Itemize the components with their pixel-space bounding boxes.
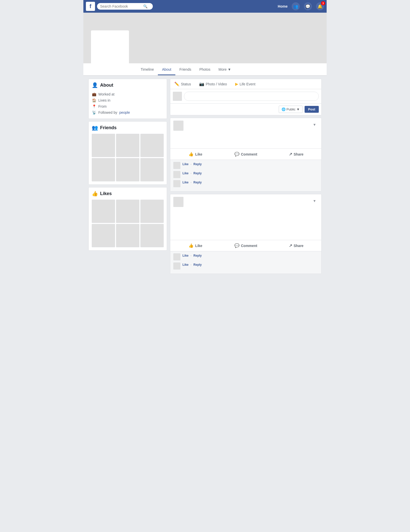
friends-requests-icon[interactable]: 👥 bbox=[292, 2, 300, 10]
status-tab[interactable]: ✏️ Status bbox=[170, 79, 195, 89]
feed-post-2: ▼ 👍 Like 💬 Comment ↗ bbox=[170, 194, 322, 274]
post-2-actions: 👍 Like 💬 Comment ↗ Share bbox=[170, 240, 321, 251]
post-2-comment-1-like[interactable]: Like bbox=[182, 254, 189, 257]
comment-2-actions: Like · Reply bbox=[182, 172, 318, 175]
post-2-comment-2-like[interactable]: Like bbox=[182, 263, 189, 267]
like-thumb-6[interactable] bbox=[140, 224, 164, 247]
likes-title-icon: 👍 bbox=[92, 191, 98, 197]
composer-avatar bbox=[173, 92, 182, 101]
post-2-share-button[interactable]: ↗ Share bbox=[271, 241, 321, 250]
rss-icon: 📡 bbox=[92, 110, 96, 115]
like-thumb-3[interactable] bbox=[140, 200, 164, 223]
post-1-header: ▼ bbox=[170, 118, 321, 133]
home-icon: 🏠 bbox=[92, 98, 96, 102]
comment-icon: 💬 bbox=[234, 152, 239, 157]
tab-more[interactable]: More ▼ bbox=[214, 64, 235, 75]
post-2-comment-button[interactable]: 💬 Comment bbox=[221, 241, 271, 250]
camera-icon: 📷 bbox=[199, 82, 204, 86]
briefcase-icon: 💼 bbox=[92, 92, 96, 96]
friend-thumb-6[interactable] bbox=[140, 158, 164, 181]
home-link[interactable]: Home bbox=[278, 4, 288, 8]
like-thumb-4[interactable] bbox=[92, 224, 115, 247]
post-1-share-button[interactable]: ↗ Share bbox=[271, 150, 321, 159]
photo-video-tab[interactable]: 📷 Photo / Video bbox=[195, 79, 231, 89]
pencil-icon: ✏️ bbox=[174, 82, 179, 86]
post-1-chevron[interactable]: ▼ bbox=[311, 121, 318, 129]
comment-2-like[interactable]: Like bbox=[182, 172, 189, 175]
post-2-comment-2-bubble: Like · Reply bbox=[182, 262, 318, 267]
friend-thumb-5[interactable] bbox=[116, 158, 139, 181]
post-2-comment-2-avatar bbox=[173, 262, 180, 270]
cover-photo bbox=[83, 13, 327, 63]
post-2-comments: Like · Reply Like · bbox=[170, 251, 321, 274]
notification-badge: 3 bbox=[321, 1, 325, 5]
comment-2: Like · Reply bbox=[173, 171, 318, 178]
tab-about[interactable]: About bbox=[158, 64, 175, 75]
post-2-comment-2-reply[interactable]: Reply bbox=[193, 263, 202, 267]
notifications-icon-btn[interactable]: 🔔 3 bbox=[316, 2, 324, 10]
share-icon: ↗ bbox=[289, 152, 292, 157]
post-2-comment-1: Like · Reply bbox=[173, 253, 318, 260]
likes-grid bbox=[92, 200, 164, 247]
lives-in-item: 🏠 Lives in bbox=[92, 97, 164, 103]
post-1-comment-button[interactable]: 💬 Comment bbox=[221, 150, 271, 159]
messages-icon: 💬 bbox=[305, 4, 310, 9]
like-thumb-1[interactable] bbox=[92, 200, 115, 223]
comment-icon-2: 💬 bbox=[234, 243, 239, 248]
worked-at-item: 💼 Worked at bbox=[92, 91, 164, 97]
profile-section: Timeline About Friends Photos More ▼ bbox=[83, 13, 327, 76]
post-button[interactable]: Post bbox=[305, 106, 319, 113]
friends-card: 👥 Friends bbox=[88, 121, 167, 185]
post-2-header: ▼ bbox=[170, 194, 321, 210]
post-1-like-button[interactable]: 👍 Like bbox=[170, 150, 221, 159]
friends-icon: 👥 bbox=[293, 4, 298, 9]
main-content: 👤 About 💼 Worked at 🏠 Lives in 📍 From bbox=[83, 76, 327, 277]
from-item: 📍 From bbox=[92, 103, 164, 109]
post-2-comment-2: Like · Reply bbox=[173, 262, 318, 270]
public-button[interactable]: 🌐 Public ▼ bbox=[279, 106, 303, 113]
comment-1-avatar bbox=[173, 162, 180, 169]
search-bar: 🔍 bbox=[97, 3, 153, 10]
friend-thumb-3[interactable] bbox=[140, 134, 164, 157]
person-icon: 👤 bbox=[92, 82, 98, 88]
tab-photos[interactable]: Photos bbox=[195, 64, 215, 75]
messages-icon-btn[interactable]: 💬 bbox=[304, 2, 312, 10]
post-1-content bbox=[170, 133, 321, 148]
left-column: 👤 About 💼 Worked at 🏠 Lives in 📍 From bbox=[88, 79, 167, 274]
post-2-comment-1-reply[interactable]: Reply bbox=[193, 254, 202, 257]
share-icon-2: ↗ bbox=[289, 243, 292, 248]
right-column: ✏️ Status 📷 Photo / Video ▶ Life Event bbox=[170, 79, 322, 274]
comment-3-reply[interactable]: Reply bbox=[193, 181, 202, 184]
followed-by-link[interactable]: people bbox=[119, 110, 130, 115]
comment-3-like[interactable]: Like bbox=[182, 181, 189, 184]
tab-timeline[interactable]: Timeline bbox=[137, 64, 158, 75]
friend-thumb-4[interactable] bbox=[92, 158, 115, 181]
post-1-actions: 👍 Like 💬 Comment ↗ Share bbox=[170, 148, 321, 160]
life-event-tab[interactable]: ▶ Life Event bbox=[231, 79, 259, 89]
comment-2-bubble: Like · Reply bbox=[182, 171, 318, 175]
post-1-avatar bbox=[173, 121, 183, 131]
about-card: 👤 About 💼 Worked at 🏠 Lives in 📍 From bbox=[88, 79, 167, 119]
tab-friends[interactable]: Friends bbox=[175, 64, 195, 75]
post-2-comment-1-actions: Like · Reply bbox=[182, 254, 318, 257]
post-2-comment-1-avatar bbox=[173, 253, 180, 260]
comment-2-reply[interactable]: Reply bbox=[193, 172, 202, 175]
friend-thumb-1[interactable] bbox=[92, 134, 115, 157]
like-thumb-5[interactable] bbox=[116, 224, 139, 247]
like-icon: 👍 bbox=[189, 152, 194, 157]
navbar: f 🔍 Home 👥 💬 🔔 3 bbox=[83, 0, 327, 13]
comment-3-actions: Like · Reply bbox=[182, 181, 318, 184]
search-input[interactable] bbox=[100, 4, 143, 8]
post-text-input[interactable] bbox=[184, 92, 319, 101]
followed-by-item: 📡 Followed by people bbox=[92, 109, 164, 116]
like-icon-2: 👍 bbox=[189, 243, 194, 248]
like-thumb-2[interactable] bbox=[116, 200, 139, 223]
comment-1-like[interactable]: Like bbox=[182, 162, 189, 166]
post-2-like-button[interactable]: 👍 Like bbox=[170, 241, 221, 250]
comment-1-bubble: Like · Reply bbox=[182, 162, 318, 166]
post-type-tabs: ✏️ Status 📷 Photo / Video ▶ Life Event bbox=[170, 79, 321, 89]
friend-thumb-2[interactable] bbox=[116, 134, 139, 157]
comment-1-reply[interactable]: Reply bbox=[193, 162, 202, 166]
post-actions-row: 🌐 Public ▼ Post bbox=[170, 103, 321, 115]
post-2-chevron[interactable]: ▼ bbox=[311, 197, 318, 205]
